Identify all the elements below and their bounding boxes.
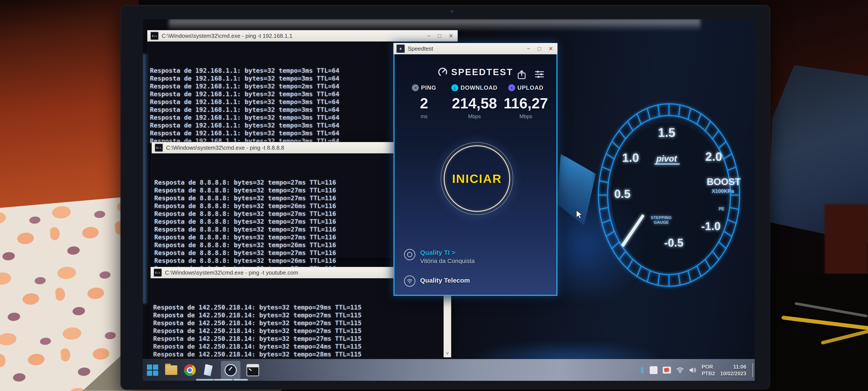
cmd-icon: C:\: [150, 32, 159, 40]
clock[interactable]: 11:06 10/02/2023: [720, 363, 746, 377]
speedtest-logo-row: SPEEDTEST: [395, 67, 556, 77]
language-indicator[interactable]: POR PTB2: [702, 363, 715, 377]
share-icon[interactable]: [517, 70, 526, 80]
download-stat: ↓ DOWNLOAD 214,58 Mbps: [446, 84, 503, 119]
ping-line: Resposta de 8.8.8.8: bytes=32 tempo=27ms…: [154, 249, 392, 257]
windows-logo-icon: [147, 364, 158, 376]
gauge-side-text: PE: [719, 206, 724, 211]
terminal-icon: [247, 364, 259, 376]
speedtest-titlebar[interactable]: Ø Speedtest − □ ✕: [394, 43, 557, 54]
cmd2-titlebar[interactable]: C:\ C:\Windows\system32\cmd.exe - ping -…: [152, 142, 395, 153]
speedtest-stats: ◔ PING 2 ms ↓ DOWNLOAD 214,58: [395, 84, 556, 119]
settings-sliders-icon[interactable]: [535, 70, 544, 79]
ping-line: Resposta de 8.8.8.8: bytes=32 tempo=26ms…: [154, 241, 392, 249]
volume-icon[interactable]: [689, 367, 696, 373]
speedtest-window-title: Speedtest: [408, 46, 524, 52]
show-desktop-button[interactable]: [752, 363, 753, 377]
cmd2-title: C:\Windows\system32\cmd.exe - ping -t 8.…: [166, 144, 392, 151]
gauge-brand-underline: [654, 163, 680, 165]
scroll-down-arrow[interactable]: ˅: [446, 351, 449, 357]
taskbar: POR PTB2 11:06 10/02/2023: [143, 359, 755, 381]
start-button[interactable]: [146, 364, 159, 376]
ping-line: Resposta de 8.8.8.8: bytes=32 tempo=27ms…: [154, 233, 392, 241]
minimize-button[interactable]: −: [427, 33, 430, 39]
isp-link[interactable]: Quality TI >: [420, 249, 475, 256]
server-wifi-icon: [404, 275, 415, 287]
cmd-icon: C:\: [155, 144, 163, 152]
ping-line: Resposta de 8.8.8.8: bytes=32 tempo=27ms…: [154, 178, 392, 186]
taskbar-cmd[interactable]: [247, 364, 259, 376]
tray-app-icon[interactable]: [650, 366, 657, 374]
upload-stat: ↑ UPLOAD 116,27 Mbps: [503, 84, 549, 119]
ping-value: 2: [402, 95, 446, 112]
wifi-icon[interactable]: [676, 367, 684, 373]
gauge-label-neg0-5: -0.5: [664, 236, 684, 249]
cmd-window-dns: C:\ C:\Windows\system32\cmd.exe - ping -…: [152, 142, 395, 257]
ping-line: Resposta de 8.8.8.8: bytes=32 tempo=27ms…: [154, 225, 392, 233]
cmd1-title: C:\Windows\system32\cmd.exe - ping -t 19…: [162, 33, 424, 39]
speedtest-body: SPEEDTEST: [394, 54, 557, 296]
upload-label: UPLOAD: [517, 84, 544, 91]
gauge-caption-2: GAUGE: [654, 220, 669, 225]
isp-row[interactable]: Quality TI > Vitória da Conquista: [404, 249, 475, 264]
upload-arrow-icon: ↑: [508, 84, 515, 91]
download-value: 214,58: [446, 95, 503, 112]
gauge-brand: pivot: [656, 154, 677, 163]
ping-line: Resposta de 142.250.218.14: bytes=32 tem…: [153, 327, 449, 335]
speedtest-logo-icon: [438, 67, 448, 77]
maximize-button[interactable]: □: [438, 33, 441, 39]
ping-line: Resposta de 8.8.8.8: bytes=32 tempo=27ms…: [154, 218, 392, 225]
gauge-label-0-5: 0.5: [614, 187, 630, 200]
server-row[interactable]: Quality Telecom: [404, 275, 470, 287]
ping-line: Resposta de 142.250.218.14: bytes=32 tem…: [153, 311, 449, 319]
speedtest-logo-text: SPEEDTEST: [451, 67, 513, 77]
ping-line: Resposta de 142.250.218.14: bytes=32 tem…: [153, 342, 449, 351]
boost-gauge-wallpaper: 1.5 1.0 2.0 0.5 -1.0 -0.5 pivot BOOST X1…: [586, 95, 755, 317]
gauge-label-2-0: 2.0: [705, 150, 722, 163]
download-label: DOWNLOAD: [461, 84, 497, 91]
gauge-caption-1: STEPPING: [651, 215, 672, 220]
ping-unit: ms: [402, 113, 446, 119]
close-button[interactable]: ✕: [448, 33, 453, 39]
bluetooth-icon[interactable]: [640, 366, 645, 374]
date: 10/02/2023: [720, 370, 746, 377]
minimize-button[interactable]: −: [527, 46, 530, 52]
upload-unit: Mbps: [503, 113, 549, 119]
cmd2-output: Resposta de 8.8.8.8: bytes=32 tempo=27ms…: [152, 153, 395, 282]
taskbar-file-explorer[interactable]: [165, 364, 178, 376]
laptop-bezel: 1.5 1.0 2.0 0.5 -1.0 -0.5 pivot BOOST X1…: [120, 5, 770, 390]
cmd1-titlebar[interactable]: C:\ C:\Windows\system32\cmd.exe - ping -…: [147, 30, 458, 41]
language-line2: PTB2: [702, 370, 715, 377]
speedtest-window: Ø Speedtest − □ ✕ SPEEDTEST: [394, 43, 557, 296]
start-test-button[interactable]: INICIAR: [441, 142, 513, 215]
close-button[interactable]: ✕: [548, 46, 553, 52]
maximize-button[interactable]: □: [537, 46, 541, 52]
ping-line: Resposta de 8.8.8.8: bytes=32 tempo=27ms…: [154, 210, 392, 218]
running-indicator: [234, 379, 248, 380]
chrome-icon: [184, 364, 196, 376]
start-button-ring: [444, 145, 510, 212]
server-name: Quality Telecom: [420, 275, 470, 285]
ping-line: Resposta de 8.8.8.8: bytes=32 tempo=26ms…: [154, 202, 392, 210]
gauge-subtitle: X100KPa: [712, 188, 734, 194]
taskbar-speedtest-active[interactable]: [221, 361, 241, 380]
mouse-cursor: [576, 210, 584, 219]
ping-line: Resposta de 142.250.218.14: bytes=32 tem…: [153, 304, 449, 311]
running-indicator: [214, 379, 232, 380]
running-indicator: [196, 379, 214, 380]
tray-recorder-icon[interactable]: [663, 367, 671, 373]
time: 11:06: [720, 363, 746, 370]
ping-line: Resposta de 8.8.8.8: bytes=32 tempo=27ms…: [154, 186, 392, 194]
screen: 1.5 1.0 2.0 0.5 -1.0 -0.5 pivot BOOST X1…: [143, 19, 755, 381]
gauge-title: BOOST: [707, 176, 741, 187]
speedtest-app-icon: Ø: [397, 45, 405, 53]
isp-icon: [404, 249, 415, 260]
upload-value: 116,27: [503, 95, 549, 112]
ping-line: Resposta de 142.250.218.14: bytes=32 tem…: [153, 319, 449, 327]
webcam: [450, 9, 454, 13]
taskbar-media-app[interactable]: [202, 364, 215, 376]
taskbar-chrome[interactable]: [184, 364, 196, 376]
photo-scene: 1.5 1.0 2.0 0.5 -1.0 -0.5 pivot BOOST X1…: [0, 0, 868, 391]
isp-location: Vitória da Conquista: [420, 258, 475, 264]
speedtest-taskbar-icon: [225, 364, 237, 376]
